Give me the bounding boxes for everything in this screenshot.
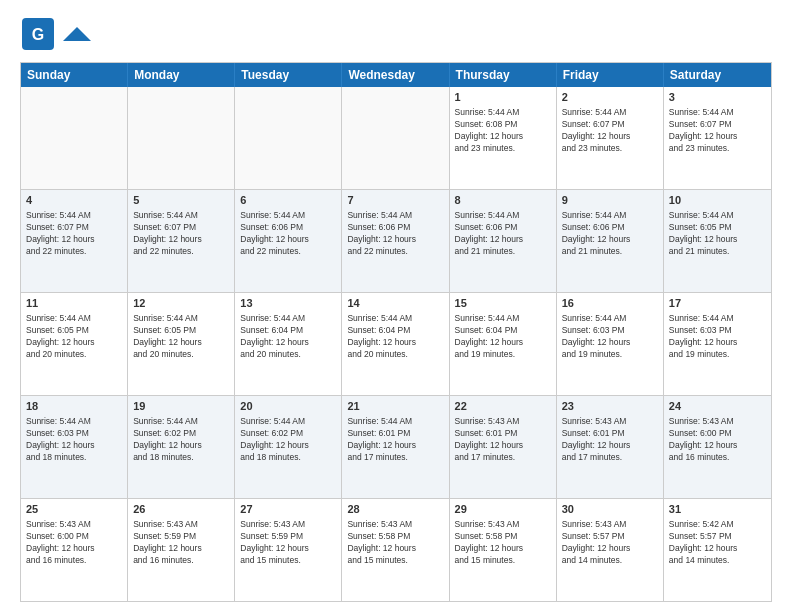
day-cell-28: 28Sunrise: 5:43 AM Sunset: 5:58 PM Dayli…	[342, 499, 449, 601]
weekday-header-sunday: Sunday	[21, 63, 128, 87]
day-cell-19: 19Sunrise: 5:44 AM Sunset: 6:02 PM Dayli…	[128, 396, 235, 498]
day-number: 17	[669, 296, 766, 311]
day-number: 14	[347, 296, 443, 311]
day-number: 4	[26, 193, 122, 208]
day-number: 3	[669, 90, 766, 105]
day-number: 20	[240, 399, 336, 414]
day-info: Sunrise: 5:44 AM Sunset: 6:04 PM Dayligh…	[455, 313, 551, 361]
day-number: 28	[347, 502, 443, 517]
day-number: 16	[562, 296, 658, 311]
day-number: 11	[26, 296, 122, 311]
day-number: 26	[133, 502, 229, 517]
weekday-header-wednesday: Wednesday	[342, 63, 449, 87]
calendar-row-4: 25Sunrise: 5:43 AM Sunset: 6:00 PM Dayli…	[21, 499, 771, 601]
empty-cell	[342, 87, 449, 189]
day-info: Sunrise: 5:44 AM Sunset: 6:04 PM Dayligh…	[240, 313, 336, 361]
day-number: 27	[240, 502, 336, 517]
day-number: 7	[347, 193, 443, 208]
day-cell-14: 14Sunrise: 5:44 AM Sunset: 6:04 PM Dayli…	[342, 293, 449, 395]
day-number: 22	[455, 399, 551, 414]
day-cell-29: 29Sunrise: 5:43 AM Sunset: 5:58 PM Dayli…	[450, 499, 557, 601]
day-cell-13: 13Sunrise: 5:44 AM Sunset: 6:04 PM Dayli…	[235, 293, 342, 395]
day-info: Sunrise: 5:44 AM Sunset: 6:05 PM Dayligh…	[26, 313, 122, 361]
calendar: SundayMondayTuesdayWednesdayThursdayFrid…	[20, 62, 772, 602]
day-cell-7: 7Sunrise: 5:44 AM Sunset: 6:06 PM Daylig…	[342, 190, 449, 292]
logo-arrow-icon	[63, 27, 91, 41]
logo-icon: G	[20, 16, 56, 52]
calendar-header: SundayMondayTuesdayWednesdayThursdayFrid…	[21, 63, 771, 87]
day-cell-24: 24Sunrise: 5:43 AM Sunset: 6:00 PM Dayli…	[664, 396, 771, 498]
day-info: Sunrise: 5:44 AM Sunset: 6:01 PM Dayligh…	[347, 416, 443, 464]
calendar-row-3: 18Sunrise: 5:44 AM Sunset: 6:03 PM Dayli…	[21, 396, 771, 499]
day-number: 8	[455, 193, 551, 208]
day-info: Sunrise: 5:43 AM Sunset: 6:00 PM Dayligh…	[26, 519, 122, 567]
calendar-row-0: 1Sunrise: 5:44 AM Sunset: 6:08 PM Daylig…	[21, 87, 771, 190]
day-info: Sunrise: 5:44 AM Sunset: 6:03 PM Dayligh…	[562, 313, 658, 361]
empty-cell	[21, 87, 128, 189]
day-info: Sunrise: 5:44 AM Sunset: 6:06 PM Dayligh…	[347, 210, 443, 258]
day-cell-2: 2Sunrise: 5:44 AM Sunset: 6:07 PM Daylig…	[557, 87, 664, 189]
day-cell-23: 23Sunrise: 5:43 AM Sunset: 6:01 PM Dayli…	[557, 396, 664, 498]
day-cell-10: 10Sunrise: 5:44 AM Sunset: 6:05 PM Dayli…	[664, 190, 771, 292]
day-info: Sunrise: 5:44 AM Sunset: 6:07 PM Dayligh…	[26, 210, 122, 258]
day-number: 24	[669, 399, 766, 414]
day-number: 30	[562, 502, 658, 517]
logo: G	[20, 16, 91, 52]
day-info: Sunrise: 5:44 AM Sunset: 6:04 PM Dayligh…	[347, 313, 443, 361]
day-cell-22: 22Sunrise: 5:43 AM Sunset: 6:01 PM Dayli…	[450, 396, 557, 498]
calendar-body: 1Sunrise: 5:44 AM Sunset: 6:08 PM Daylig…	[21, 87, 771, 601]
day-cell-3: 3Sunrise: 5:44 AM Sunset: 6:07 PM Daylig…	[664, 87, 771, 189]
day-info: Sunrise: 5:44 AM Sunset: 6:05 PM Dayligh…	[669, 210, 766, 258]
day-number: 10	[669, 193, 766, 208]
day-info: Sunrise: 5:44 AM Sunset: 6:06 PM Dayligh…	[455, 210, 551, 258]
day-cell-20: 20Sunrise: 5:44 AM Sunset: 6:02 PM Dayli…	[235, 396, 342, 498]
day-number: 18	[26, 399, 122, 414]
day-cell-11: 11Sunrise: 5:44 AM Sunset: 6:05 PM Dayli…	[21, 293, 128, 395]
day-info: Sunrise: 5:44 AM Sunset: 6:08 PM Dayligh…	[455, 107, 551, 155]
weekday-header-thursday: Thursday	[450, 63, 557, 87]
calendar-row-2: 11Sunrise: 5:44 AM Sunset: 6:05 PM Dayli…	[21, 293, 771, 396]
day-info: Sunrise: 5:42 AM Sunset: 5:57 PM Dayligh…	[669, 519, 766, 567]
day-cell-26: 26Sunrise: 5:43 AM Sunset: 5:59 PM Dayli…	[128, 499, 235, 601]
day-info: Sunrise: 5:43 AM Sunset: 6:01 PM Dayligh…	[562, 416, 658, 464]
empty-cell	[235, 87, 342, 189]
day-cell-9: 9Sunrise: 5:44 AM Sunset: 6:06 PM Daylig…	[557, 190, 664, 292]
weekday-header-saturday: Saturday	[664, 63, 771, 87]
weekday-header-monday: Monday	[128, 63, 235, 87]
calendar-row-1: 4Sunrise: 5:44 AM Sunset: 6:07 PM Daylig…	[21, 190, 771, 293]
day-cell-21: 21Sunrise: 5:44 AM Sunset: 6:01 PM Dayli…	[342, 396, 449, 498]
page: G SundayMondayTuesdayWe	[0, 0, 792, 612]
day-info: Sunrise: 5:44 AM Sunset: 6:07 PM Dayligh…	[133, 210, 229, 258]
day-cell-16: 16Sunrise: 5:44 AM Sunset: 6:03 PM Dayli…	[557, 293, 664, 395]
empty-cell	[128, 87, 235, 189]
day-info: Sunrise: 5:44 AM Sunset: 6:07 PM Dayligh…	[562, 107, 658, 155]
day-number: 13	[240, 296, 336, 311]
day-info: Sunrise: 5:44 AM Sunset: 6:03 PM Dayligh…	[26, 416, 122, 464]
day-cell-8: 8Sunrise: 5:44 AM Sunset: 6:06 PM Daylig…	[450, 190, 557, 292]
day-cell-6: 6Sunrise: 5:44 AM Sunset: 6:06 PM Daylig…	[235, 190, 342, 292]
day-info: Sunrise: 5:43 AM Sunset: 5:57 PM Dayligh…	[562, 519, 658, 567]
logo-blue	[60, 27, 91, 41]
day-info: Sunrise: 5:44 AM Sunset: 6:06 PM Dayligh…	[562, 210, 658, 258]
day-cell-12: 12Sunrise: 5:44 AM Sunset: 6:05 PM Dayli…	[128, 293, 235, 395]
weekday-header-tuesday: Tuesday	[235, 63, 342, 87]
day-info: Sunrise: 5:44 AM Sunset: 6:05 PM Dayligh…	[133, 313, 229, 361]
day-cell-4: 4Sunrise: 5:44 AM Sunset: 6:07 PM Daylig…	[21, 190, 128, 292]
day-number: 21	[347, 399, 443, 414]
day-number: 5	[133, 193, 229, 208]
day-info: Sunrise: 5:44 AM Sunset: 6:02 PM Dayligh…	[133, 416, 229, 464]
day-number: 6	[240, 193, 336, 208]
day-cell-18: 18Sunrise: 5:44 AM Sunset: 6:03 PM Dayli…	[21, 396, 128, 498]
day-number: 25	[26, 502, 122, 517]
day-info: Sunrise: 5:43 AM Sunset: 5:58 PM Dayligh…	[347, 519, 443, 567]
day-info: Sunrise: 5:44 AM Sunset: 6:02 PM Dayligh…	[240, 416, 336, 464]
day-number: 12	[133, 296, 229, 311]
day-number: 19	[133, 399, 229, 414]
day-info: Sunrise: 5:44 AM Sunset: 6:06 PM Dayligh…	[240, 210, 336, 258]
day-number: 31	[669, 502, 766, 517]
day-cell-27: 27Sunrise: 5:43 AM Sunset: 5:59 PM Dayli…	[235, 499, 342, 601]
day-info: Sunrise: 5:43 AM Sunset: 5:59 PM Dayligh…	[240, 519, 336, 567]
day-number: 2	[562, 90, 658, 105]
day-number: 15	[455, 296, 551, 311]
day-info: Sunrise: 5:43 AM Sunset: 5:59 PM Dayligh…	[133, 519, 229, 567]
